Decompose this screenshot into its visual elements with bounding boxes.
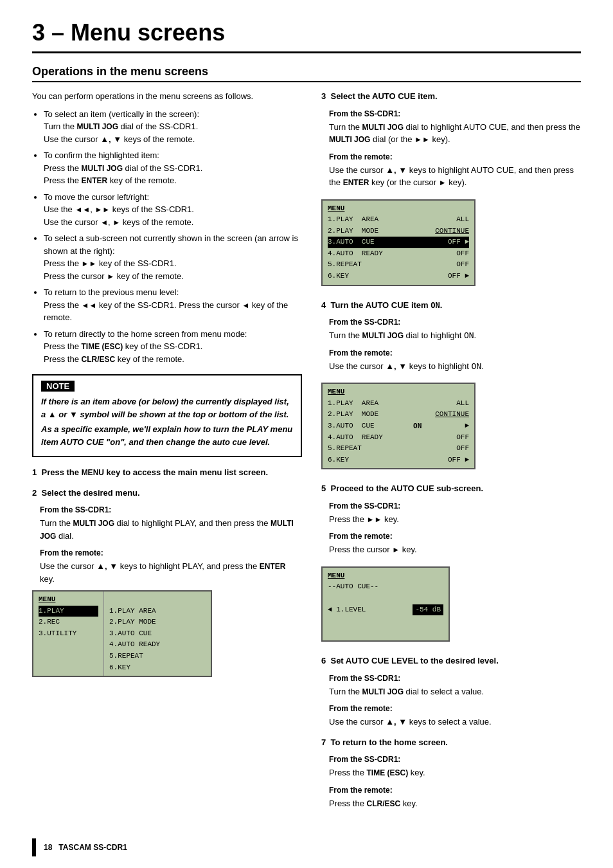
step-2: 2 Select the desired menu. From the SS-C… [32, 487, 302, 678]
note-label: NOTE [41, 381, 75, 392]
step-6: 6 Set AUTO CUE LEVEL to the desired leve… [321, 655, 581, 728]
list-item: To move the cursor left/right: Use the ◄… [44, 191, 302, 229]
note-item: As a specific example, we'll explain how… [41, 423, 293, 448]
step-3: 3 Select the AUTO CUE item. From the SS-… [321, 90, 581, 291]
lcd-screen-step4: MENU 1.PLAY AREAALL 2.PLAY MODECONTINUE … [321, 383, 475, 469]
footer: 18 TASCAM SS-CDR1 [0, 838, 613, 856]
footer-bar [32, 838, 36, 856]
bullet-list: To select an item (vertically in the scr… [32, 108, 302, 366]
list-item: To select an item (vertically in the scr… [44, 108, 302, 146]
list-item: To confirm the highlighted item: Press t… [44, 149, 302, 187]
lcd-screen-step3: MENU 1.PLAY AREAALL 2.PLAY MODECONTINUE … [321, 199, 475, 286]
step-7: 7 To return to the home screen. From the… [321, 736, 581, 810]
note-box: NOTE If there is an item above (or below… [32, 374, 302, 457]
lcd-screen-step2: MENU 1.PLAY 2.REC 3.UTILITY 1.PLAY AREA … [32, 590, 212, 677]
product-name: TASCAM SS-CDR1 [58, 843, 127, 852]
step-4: 4 Turn the AUTO CUE item ON. From the SS… [321, 299, 581, 475]
note-item: If there is an item above (or below) the… [41, 395, 293, 420]
intro-text: You can perform operations in the menu s… [32, 90, 302, 103]
list-item: To return directly to the home screen fr… [44, 328, 302, 366]
section-title: Operations in the menu screens [32, 65, 581, 82]
step-1: 1 Press the MENU key to access the main … [32, 466, 302, 479]
list-item: To return to the previous menu level: Pr… [44, 286, 302, 324]
list-item: To select a sub-screen not currently sho… [44, 232, 302, 282]
page-number: 18 [44, 843, 52, 852]
lcd-screen-step5: MENU --AUTO CUE-- ◄ 1.LEVEL-54 dB [321, 566, 450, 642]
step-5: 5 Proceed to the AUTO CUE sub-screen. Fr… [321, 482, 581, 647]
chapter-title: 3 – Menu screens [32, 19, 581, 53]
